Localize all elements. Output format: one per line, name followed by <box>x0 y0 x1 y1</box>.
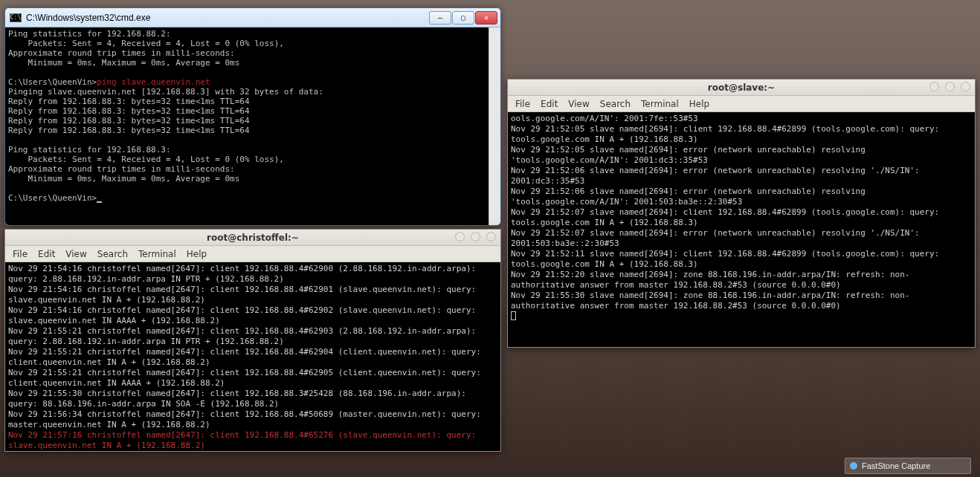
app-icon <box>850 462 857 470</box>
cmd-scrollbar[interactable] <box>489 27 500 225</box>
christoffel-menubar: File Edit View Search Terminal Help <box>5 246 500 262</box>
menu-search[interactable]: Search <box>600 99 631 109</box>
close-button[interactable]: ✕ <box>475 11 497 25</box>
minimize-button[interactable] <box>929 82 939 91</box>
taskbar-item-faststone[interactable]: FastStone Capture <box>845 458 971 474</box>
menu-search[interactable]: Search <box>97 249 128 259</box>
menu-view[interactable]: View <box>65 249 86 259</box>
slave-menubar: File Edit View Search Terminal Help <box>508 96 975 112</box>
menu-edit[interactable]: Edit <box>38 249 55 259</box>
menu-terminal[interactable]: Terminal <box>641 99 679 109</box>
cmd-title: C:\Windows\system32\cmd.exe <box>26 13 428 23</box>
cmd-window: C:\ C:\Windows\system32\cmd.exe — ▢ ✕ Pi… <box>4 7 501 226</box>
menu-edit[interactable]: Edit <box>541 99 558 109</box>
cmd-highlight: ping slave.queenvin.net <box>97 77 210 87</box>
taskbar-label: FastStone Capture <box>862 461 930 470</box>
menu-file[interactable]: File <box>515 99 530 109</box>
menu-terminal[interactable]: Terminal <box>138 249 176 259</box>
christoffel-error-line: Nov 29 21:57:16 christoffel named[2647]:… <box>8 430 481 450</box>
minimize-button[interactable] <box>455 232 465 241</box>
menu-help[interactable]: Help <box>689 99 709 109</box>
slave-title: root@slave:~ <box>708 82 775 93</box>
menu-view[interactable]: View <box>568 99 589 109</box>
cmd-icon: C:\ <box>10 13 22 22</box>
christoffel-output[interactable]: Nov 29 21:54:16 christoffel named[2647]:… <box>5 262 500 451</box>
cmd-titlebar[interactable]: C:\ C:\Windows\system32\cmd.exe — ▢ ✕ <box>5 8 500 27</box>
slave-window-buttons <box>929 82 970 91</box>
maximize-button[interactable] <box>471 232 480 241</box>
slave-titlebar[interactable]: root@slave:~ <box>508 80 975 96</box>
cmd-window-buttons: — ▢ ✕ <box>428 11 497 25</box>
minimize-button[interactable]: — <box>429 11 451 25</box>
cmd-cursor <box>97 201 102 203</box>
slave-cursor <box>511 311 516 320</box>
christoffel-titlebar[interactable]: root@christoffel:~ <box>5 230 500 246</box>
christoffel-window: root@christoffel:~ File Edit View Search… <box>4 229 501 452</box>
maximize-button[interactable] <box>945 82 955 91</box>
christoffel-title: root@christoffel:~ <box>207 233 299 243</box>
maximize-button[interactable]: ▢ <box>452 11 474 25</box>
slave-output[interactable]: ools.google.com/A/IN': 2001:7fe::53#53 N… <box>508 112 975 347</box>
cmd-text-block1: Ping statistics for 192.168.88.2: <box>8 29 171 39</box>
christoffel-window-buttons <box>455 232 496 241</box>
close-button[interactable] <box>961 82 970 91</box>
menu-file[interactable]: File <box>13 249 28 259</box>
close-button[interactable] <box>486 232 496 241</box>
menu-help[interactable]: Help <box>187 249 207 259</box>
slave-window: root@slave:~ File Edit View Search Termi… <box>507 79 976 348</box>
cmd-output[interactable]: Ping statistics for 192.168.88.2: Packet… <box>5 27 500 225</box>
